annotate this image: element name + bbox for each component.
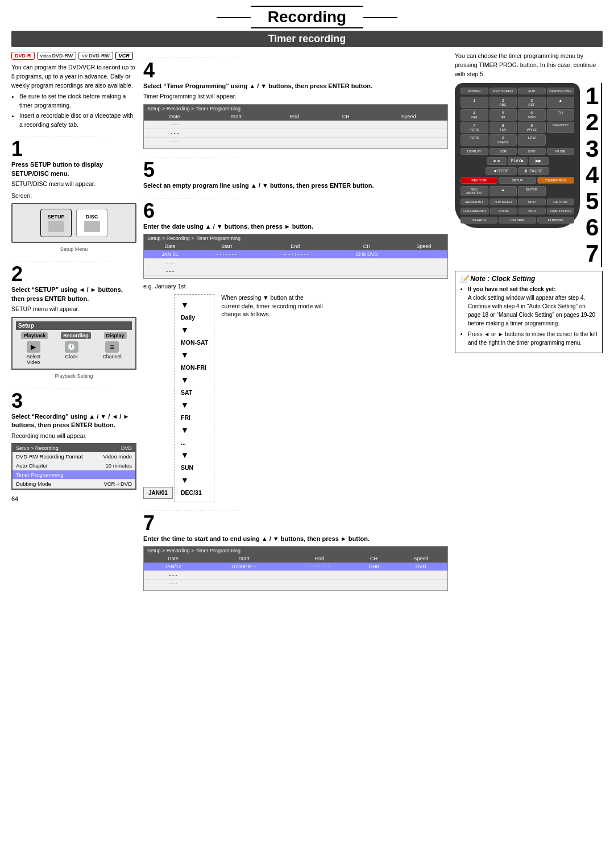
disc-icon (84, 221, 100, 232)
table-row: JAN/12 10:00PM→ - - : - - - - CH8 DVD (144, 563, 447, 571)
cycle-item-fri: FRI (181, 412, 208, 423)
power-btn[interactable]: POWER (460, 88, 488, 94)
btn-5[interactable]: 5JKL (489, 109, 517, 121)
step4-number: 4 (143, 60, 448, 81)
zoom-btn[interactable]: ZOOM (490, 208, 517, 214)
nav-up-btn[interactable]: ▲ (489, 186, 517, 196)
timer-table-7: Date Start End CH Speed JAN/12 10:00PM→ … (144, 555, 447, 588)
step3-number: 3 (11, 391, 136, 411)
btn-degcity[interactable]: DEG/CITY (547, 122, 575, 133)
timer-screen-title-4: Setup > Recording > Timer Programming (144, 105, 447, 113)
audio-btn[interactable]: AUD (518, 88, 546, 94)
btn-1[interactable]: 1 (460, 97, 488, 108)
rec-monitor-btn[interactable]: REC MONITOR (460, 186, 488, 196)
rew-btn[interactable]: ◄◄ (487, 157, 507, 165)
stop-btn[interactable]: ■ STOP (486, 167, 517, 175)
step2-body: SETUP menu will appear. (11, 305, 136, 313)
step-6-section: ................................. 6 Ente… (143, 195, 448, 502)
blank-btn (547, 186, 575, 196)
play-btn[interactable]: PLAY▶ (508, 157, 528, 165)
pause-btn[interactable]: ⏸ PAUSE (518, 167, 549, 175)
open-close-btn[interactable]: OPEN/CLOSE (547, 88, 575, 94)
channel-icon: ≡ (105, 341, 119, 353)
skip-btn[interactable]: SKIP (518, 199, 546, 205)
rec-row-chapter: Auto Chapter 10 minutes (13, 461, 135, 470)
note-clock-setting: 📝 Note : Clock Setting If you have not s… (455, 271, 603, 353)
display-btn[interactable]: DISPLAY (460, 148, 488, 155)
clear-reset-btn[interactable]: CLEAR/RESET (460, 208, 489, 214)
cycle-item-daily: Daily (181, 312, 208, 323)
intro-bullet-1: Be sure to set the clock before making a… (19, 92, 136, 110)
dvdr-icon: DVD-R (11, 52, 35, 60)
return-btn[interactable]: RETURN (547, 199, 575, 205)
cm-skip-btn[interactable]: CM SKIP (499, 217, 536, 224)
dvd-btn[interactable]: DVD (518, 148, 546, 155)
tab-display: Display (104, 332, 127, 339)
step-1-section: ................................. 1 Pres… (11, 133, 136, 253)
btn-3[interactable]: 3DEF (518, 97, 546, 108)
step-3-section: ................................. 3 Sele… (11, 385, 136, 490)
step2-number: 2 (11, 264, 136, 284)
right-step-numbers: 1 2 3 4 5 6 7 (586, 83, 602, 267)
rec-otr-btn[interactable]: REC/OTR (460, 177, 497, 184)
btn-2[interactable]: 2ABC (489, 97, 517, 108)
timer-screen-title-7: Setup > Recording > Timer Programming (144, 547, 447, 555)
step-num-3: 3 (586, 136, 599, 162)
step-num-4: 4 (586, 162, 599, 188)
search-btn[interactable]: SEARCH (460, 217, 497, 224)
table-row: JAN 01 - - : - - - - → - - : - - - - CH8… (144, 250, 447, 259)
step1-body: SETUP/DISC menu will appear. (11, 180, 136, 188)
btn-8[interactable]: 8TUV (489, 122, 517, 133)
btn-4[interactable]: 4GHI (460, 109, 488, 121)
btn-6[interactable]: 6MNO (518, 109, 546, 121)
ff-btn[interactable]: ▶▶ (529, 157, 549, 165)
step-4-section: ................................. 4 Sele… (143, 54, 448, 149)
note-icon: 📝 (460, 275, 468, 283)
step5-heading: Select an empty program line using ▲ / ▼… (143, 181, 448, 190)
step4-body: Timer Programming list will appear. (143, 92, 448, 101)
btn-ch[interactable]: CH (547, 109, 575, 121)
dubbing-btn[interactable]: DUBBING (537, 217, 574, 224)
menu-list-btn[interactable]: MENU/LIST (460, 199, 488, 205)
enter-btn[interactable]: ENTER (518, 186, 546, 196)
cycle-item-sun: SUN (181, 462, 208, 473)
setup-menu-label: Setup Menu (11, 245, 136, 253)
top-menu-btn[interactable]: TOP MENU (489, 199, 517, 205)
step3-body: Recording menu will appear. (11, 432, 136, 440)
step1-dots: ................................. (11, 133, 136, 138)
setup-btn: SETUP (40, 209, 72, 237)
btn-empty (547, 134, 575, 146)
btn-9[interactable]: 9WXYZ (518, 122, 546, 133)
timer-prog-btn[interactable]: TIMER/PROG (537, 177, 574, 184)
step2-dots: ................................. (11, 258, 136, 263)
table-row: - - - (144, 121, 447, 129)
timer-table-6: Date Start End CH Speed JAN 01 - - : - -… (144, 242, 447, 276)
playback-menu-header: Setup (16, 321, 132, 330)
setup-disc-screen: SETUP DISC (11, 203, 136, 243)
table-row: - - - (144, 571, 447, 579)
dvdrw-video-icon: VideoDVD-RW (37, 52, 77, 60)
vcr-btn[interactable]: VCR (489, 148, 517, 155)
eg-label: e.g. January 1st (143, 282, 214, 291)
btn-0[interactable]: 0SPACE (489, 134, 517, 146)
btn-7[interactable]: 7PQRS (460, 122, 488, 133)
rec-speed-btn[interactable]: REC SPEED (489, 88, 517, 94)
right-column: You can choose the timer programming men… (455, 52, 603, 596)
step7-dots: ................................. (143, 507, 448, 512)
disc-btn: DISC (76, 209, 107, 237)
setup-icon (48, 221, 64, 232)
rec-row-format: DVD-RW Recording Format Video mode (13, 452, 135, 461)
skip2-btn[interactable]: SKIP (518, 208, 546, 214)
btn-pqrs[interactable]: PQRS (460, 134, 488, 146)
table-row: - - - (144, 138, 447, 146)
btn-low[interactable]: LOW (518, 134, 546, 146)
left-column: DVD-R VideoDVD-RW VRDVD-RW VCR You can p… (11, 52, 136, 596)
btn-up[interactable]: ▲ (547, 97, 575, 108)
one-touch-btn[interactable]: ONE TOUCH (547, 208, 574, 214)
remote-control: POWER REC SPEED AUD OPEN/CLOSE 1 2ABC 3D… (455, 83, 580, 228)
timer-prog-screen-6: Setup > Recording > Timer Programming Da… (143, 234, 448, 279)
step6-heading: Enter the date using ▲ / ▼ buttons, then… (143, 222, 448, 231)
setup-btn-remote[interactable]: SETUP (499, 177, 536, 184)
playback-setting-label: Playback Setting (11, 372, 136, 380)
muse-btn[interactable]: MUSE (547, 148, 575, 155)
